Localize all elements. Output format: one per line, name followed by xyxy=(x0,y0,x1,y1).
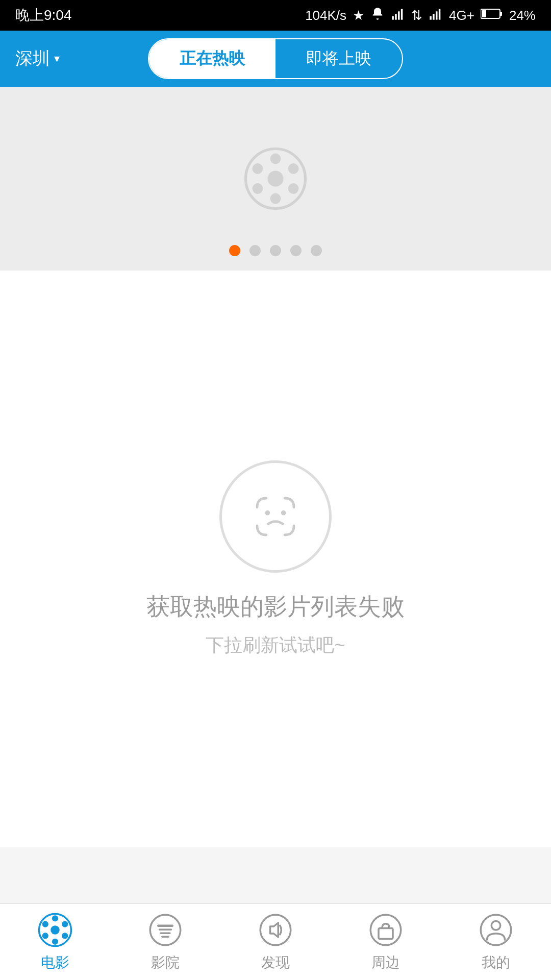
network-speed: 104K/s xyxy=(305,8,346,23)
error-face-icon xyxy=(245,486,306,547)
dot-5[interactable] xyxy=(311,245,322,256)
svg-point-15 xyxy=(253,163,263,174)
svg-point-12 xyxy=(267,170,283,186)
nav-label-mine: 我的 xyxy=(482,953,510,972)
svg-point-20 xyxy=(281,510,286,516)
svg-point-17 xyxy=(253,183,263,194)
tab-now-playing[interactable]: 正在热映 xyxy=(149,39,276,78)
error-subtitle: 下拉刷新试试吧~ xyxy=(206,633,345,658)
nav-label-cinema: 影院 xyxy=(151,953,180,972)
signal-icon xyxy=(391,7,405,24)
nav-label-nearby: 周边 xyxy=(371,953,400,972)
error-icon-wrap xyxy=(219,460,332,573)
error-title: 获取热映的影片列表失败 xyxy=(146,591,405,623)
svg-point-34 xyxy=(260,915,291,945)
error-container: 获取热映的影片列表失败 下拉刷新试试吧~ xyxy=(146,460,405,658)
svg-point-13 xyxy=(270,154,281,164)
svg-marker-35 xyxy=(270,923,279,937)
data-arrows-icon: ⇅ xyxy=(411,8,422,23)
svg-rect-10 xyxy=(482,10,486,17)
svg-point-19 xyxy=(265,510,270,516)
svg-rect-33 xyxy=(161,936,169,938)
svg-point-36 xyxy=(370,915,401,945)
dot-4[interactable] xyxy=(290,245,302,256)
svg-rect-37 xyxy=(379,928,393,939)
bottom-nav: 电影 影院 发现 周边 xyxy=(0,903,551,980)
svg-rect-0 xyxy=(392,16,394,19)
svg-point-25 xyxy=(42,921,48,927)
svg-rect-1 xyxy=(395,14,397,20)
battery-percent: 24% xyxy=(509,8,536,23)
header: 深圳 ▾ 正在热映 即将上映 xyxy=(0,31,551,87)
cinema-icon xyxy=(147,912,183,948)
banner-area xyxy=(0,87,551,271)
status-right: 104K/s ★ ⇅ 4G+ xyxy=(305,7,536,24)
svg-rect-7 xyxy=(439,9,441,19)
status-time: 晚上9:04 xyxy=(15,6,72,25)
svg-point-26 xyxy=(62,921,68,927)
film-reel-icon xyxy=(242,145,309,212)
nav-label-movies: 电影 xyxy=(41,953,69,972)
svg-point-24 xyxy=(52,938,58,944)
svg-point-23 xyxy=(52,915,58,921)
nav-item-discover[interactable]: 发现 xyxy=(220,912,331,972)
chevron-down-icon: ▾ xyxy=(54,52,60,65)
battery-icon xyxy=(481,8,503,23)
svg-rect-5 xyxy=(433,14,435,20)
svg-rect-31 xyxy=(159,928,172,930)
dot-3[interactable] xyxy=(270,245,281,256)
alarm-icon xyxy=(370,7,385,24)
svg-point-39 xyxy=(491,921,500,930)
svg-rect-6 xyxy=(436,11,438,19)
discover-icon xyxy=(258,912,293,948)
svg-rect-30 xyxy=(157,924,173,926)
svg-point-16 xyxy=(288,163,299,174)
nav-item-cinema[interactable]: 影院 xyxy=(110,912,220,972)
city-selector[interactable]: 深圳 ▾ xyxy=(15,47,60,70)
svg-point-14 xyxy=(270,193,281,204)
content-area: 获取热映的影片列表失败 下拉刷新试试吧~ xyxy=(0,271,551,847)
mine-icon xyxy=(478,912,514,948)
nav-item-movies[interactable]: 电影 xyxy=(0,912,110,972)
svg-rect-32 xyxy=(160,932,171,934)
svg-point-27 xyxy=(42,933,48,939)
nav-item-mine[interactable]: 我的 xyxy=(441,912,551,972)
svg-rect-2 xyxy=(398,11,400,19)
svg-point-18 xyxy=(288,183,299,194)
dot-2[interactable] xyxy=(249,245,261,256)
banner-dots xyxy=(229,245,322,256)
svg-point-22 xyxy=(51,925,60,935)
bluetooth-icon: ★ xyxy=(353,8,364,23)
svg-rect-3 xyxy=(401,9,403,19)
signal-icon-2 xyxy=(429,7,443,24)
svg-rect-4 xyxy=(430,16,432,19)
dot-1[interactable] xyxy=(229,245,240,256)
tab-group: 正在热映 即将上映 xyxy=(148,38,403,79)
movies-icon xyxy=(37,912,73,948)
nearby-icon xyxy=(368,912,404,948)
nav-label-discover: 发现 xyxy=(261,953,290,972)
network-type: 4G+ xyxy=(449,8,474,23)
nav-item-nearby[interactable]: 周边 xyxy=(331,912,441,972)
svg-point-28 xyxy=(62,933,68,939)
tab-coming-soon[interactable]: 即将上映 xyxy=(276,39,402,78)
city-name: 深圳 xyxy=(15,47,50,70)
status-bar: 晚上9:04 104K/s ★ ⇅ 4G+ xyxy=(0,0,551,31)
svg-rect-9 xyxy=(500,12,502,16)
